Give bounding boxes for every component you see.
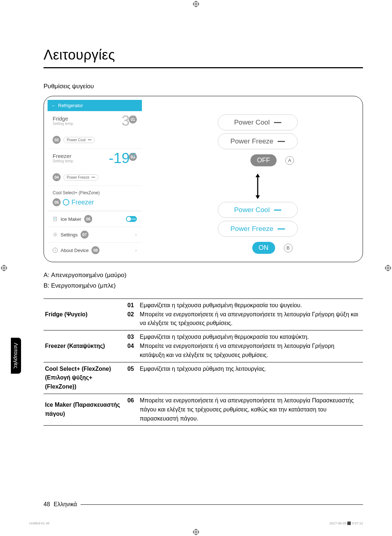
- power-cool-pill: Power Cool: [64, 137, 95, 143]
- fridge-label: Fridge: [53, 115, 127, 122]
- state-diagram: Power Cool Power Freeze OFF A Power Cool: [175, 100, 341, 258]
- freezer-temp: -19 °C: [109, 151, 136, 165]
- print-meta: Untitled-61 48 2017-06-28 ⬛ 6:07:12: [29, 521, 363, 525]
- table-desc-item: 04Μπορείτε να ενεργοποιήσετε ή να απενερ…: [127, 342, 361, 360]
- item-number: 02: [127, 310, 137, 328]
- about-row: i About Device 08 ›: [48, 242, 142, 258]
- phone-header-title: Refrigerator: [58, 103, 83, 108]
- power-freeze-text-on: Power Freeze: [230, 225, 273, 233]
- crop-mark-bottom: [193, 529, 199, 535]
- freezer-temp-unit: °C: [130, 152, 136, 157]
- print-meta-left: Untitled-61 48: [29, 521, 49, 525]
- flexzone-label: Cool Select+ (FlexZone): [53, 190, 137, 195]
- dash-icon: [274, 122, 281, 123]
- icemaker-row: Ice Maker 06 ON: [48, 211, 142, 227]
- fridge-temp-value: 3: [122, 113, 130, 128]
- bubble-04: 04: [53, 173, 61, 181]
- fridge-temp-unit: °C: [130, 115, 136, 120]
- settings-label: Settings: [61, 232, 78, 237]
- bubble-06: 06: [84, 215, 92, 223]
- svg-marker-15: [256, 195, 260, 199]
- table-desc-item: 02Μπορείτε να ενεργοποιήσετε ή να απενερ…: [127, 310, 361, 328]
- letter-a: A: [285, 156, 294, 165]
- description-table: Fridge (Ψυγείο)01Εμφανίζεται η τρέχουσα …: [44, 299, 363, 426]
- page-footer: 48 Ελληνικά: [44, 501, 363, 508]
- bubble-08: 08: [91, 246, 99, 254]
- fridge-temp: 3 °C: [122, 113, 136, 128]
- letter-b: B: [284, 244, 293, 252]
- settings-row: Settings 07 ›: [48, 227, 142, 242]
- freezer-panel: Freezer Setting temp. 03 -19 °C 04 Power…: [48, 149, 142, 186]
- svg-point-12: [54, 234, 56, 235]
- item-number: 01: [127, 301, 137, 310]
- chevron-right-icon: ›: [135, 247, 137, 253]
- back-arrow-icon: ←: [51, 103, 56, 108]
- power-cool-text: Power Cool: [234, 118, 270, 126]
- about-label: About Device: [61, 248, 89, 253]
- dash-icon: [274, 210, 281, 211]
- legend: A: Απενεργοποιημένο (μαύρο) B: Ενεργοποι…: [44, 270, 363, 291]
- table-row-body: 05Εμφανίζεται η τρέχουσα ρύθμιση της λει…: [125, 362, 363, 394]
- svg-marker-14: [256, 174, 260, 177]
- page-title: Λειτουργίες: [44, 47, 363, 63]
- item-text: Εμφανίζεται η τρέχουσα ρύθμιση της λειτο…: [140, 365, 266, 374]
- table-row-body: 01Εμφανίζεται η τρέχουσα ρυθμισμένη θερμ…: [125, 299, 363, 330]
- fridge-panel: Fridge Setting temp. 01 3 °C 02 Power Co…: [48, 111, 142, 149]
- off-state-row: OFF A: [250, 154, 294, 166]
- table-row-head: Freezer (Καταψύκτης): [44, 330, 125, 362]
- power-cool-off-pill: Power Cool: [218, 114, 298, 130]
- double-arrow-icon: [256, 174, 260, 199]
- phone-header: ← Refrigerator: [48, 100, 142, 111]
- dash-icon: [278, 141, 285, 142]
- power-cool-on-pill: Power Cool: [218, 202, 298, 218]
- off-pill: OFF: [250, 154, 277, 166]
- item-number: 06: [127, 396, 137, 423]
- print-meta-right: 2017-06-28 ⬛ 6:07:12: [330, 521, 363, 525]
- item-number: 03: [127, 333, 137, 342]
- fridge-sublabel: Setting temp.: [53, 122, 127, 126]
- item-text: Μπορείτε να ενεργοποιήσετε ή να απενεργο…: [140, 396, 361, 423]
- flexzone-mode: Freezer: [72, 199, 94, 206]
- table-desc-item: 06Μπορείτε να ενεργοποιήσετε ή να απενερ…: [127, 396, 361, 423]
- section-subtitle: Ρυθμίσεις ψυγείου: [44, 83, 363, 90]
- footer-rule: [81, 504, 363, 505]
- page-number: 48: [44, 501, 50, 508]
- info-icon: i: [53, 248, 58, 253]
- icemaker-switch: ON: [126, 216, 137, 222]
- title-rule: [44, 67, 363, 68]
- freezer-temp-value: -19: [109, 151, 130, 165]
- bubble-02: 02: [53, 136, 61, 144]
- snowflake-icon: [63, 199, 69, 206]
- flexzone-panel: Cool Select+ (FlexZone) 05 Freezer: [48, 186, 142, 211]
- table-row-head: Ice Maker (Παρασκευαστής πάγου): [44, 394, 125, 425]
- power-freeze-on-pill: Power Freeze: [218, 221, 298, 237]
- bubble-05: 05: [53, 198, 61, 206]
- item-number: 04: [127, 342, 137, 360]
- table-desc-item: 05Εμφανίζεται η τρέχουσα ρύθμιση της λει…: [127, 365, 361, 374]
- power-freeze-pill: Power Freeze: [64, 174, 98, 180]
- table-row-head: Fridge (Ψυγείο): [44, 299, 125, 330]
- footer-lang: Ελληνικά: [54, 501, 77, 508]
- dash-icon: [91, 177, 95, 178]
- icemaker-label: Ice Maker: [61, 216, 81, 222]
- phone-mock: ← Refrigerator Fridge Setting temp. 01 3…: [48, 100, 142, 258]
- power-freeze-text: Power Freeze: [230, 137, 273, 145]
- legend-b: B: Ενεργοποιημένο (μπλε): [44, 281, 363, 291]
- chevron-right-icon: ›: [135, 232, 137, 237]
- item-text: Μπορείτε να ενεργοποιήσετε ή να απενεργο…: [140, 310, 361, 328]
- item-text: Μπορείτε να ενεργοποιήσετε ή να απενεργο…: [140, 342, 361, 360]
- power-cool-pill-label: Power Cool: [67, 138, 86, 142]
- dash-icon: [88, 139, 91, 140]
- dash-icon: [278, 228, 285, 230]
- table-desc-item: 03Εμφανίζεται η τρέχουσα ρυθμισμένη θερμ…: [127, 333, 361, 342]
- table-row-body: 03Εμφανίζεται η τρέχουσα ρυθμισμένη θερμ…: [125, 330, 363, 362]
- illustration-frame: ← Refrigerator Fridge Setting temp. 01 3…: [44, 96, 363, 262]
- legend-a: A: Απενεργοποιημένο (μαύρο): [44, 270, 363, 281]
- item-text: Εμφανίζεται η τρέχουσα ρυθμισμένη θερμοκ…: [140, 301, 302, 310]
- table-desc-item: 01Εμφανίζεται η τρέχουσα ρυθμισμένη θερμ…: [127, 301, 361, 310]
- on-state-row: ON B: [252, 242, 293, 254]
- cup-icon: [53, 216, 58, 222]
- item-text: Εμφανίζεται η τρέχουσα ρυθμισμένη θερμοκ…: [140, 333, 309, 342]
- table-row-body: 06Μπορείτε να ενεργοποιήσετε ή να απενερ…: [125, 394, 363, 425]
- item-number: 05: [127, 365, 137, 374]
